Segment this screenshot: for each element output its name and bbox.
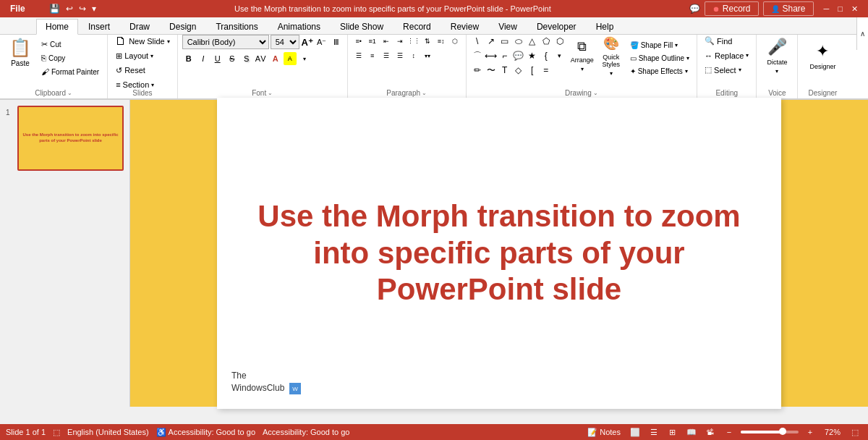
save-icon[interactable]: 💾 <box>48 2 61 15</box>
zoom-thumb[interactable] <box>779 428 786 435</box>
font-decrease-button[interactable]: A⁻ <box>315 35 328 48</box>
columns-button[interactable]: ⋮⋮ <box>407 35 420 48</box>
italic-button[interactable]: I <box>197 52 210 65</box>
select-button[interactable]: ⬚ Select ▾ <box>702 64 744 76</box>
new-slide-button[interactable]: 🗋 New Slide ▾ <box>112 35 173 48</box>
paste-button[interactable]: 📋 Paste <box>4 35 36 75</box>
tab-record[interactable]: Record <box>393 18 441 34</box>
record-button-title[interactable]: ⏺ Record <box>705 1 759 16</box>
align-left-button[interactable]: ☰ <box>352 49 365 62</box>
font-size-select[interactable]: 54 <box>271 35 299 49</box>
layout-button[interactable]: ⊞ Layout ▾ <box>112 49 157 62</box>
numbered-button[interactable]: ≡1 <box>366 35 379 48</box>
tab-view[interactable]: View <box>489 18 527 34</box>
fit-window-button[interactable]: ⬚ <box>848 426 862 439</box>
font-color-arrow[interactable]: ▾ <box>298 52 311 65</box>
undo-icon[interactable]: ↩ <box>64 2 75 15</box>
shape-effects-button[interactable]: ✦ Shape Effects ▾ <box>627 65 692 77</box>
tab-design[interactable]: Design <box>160 18 205 34</box>
shape-connector-button[interactable]: ⟷ <box>485 49 498 62</box>
shadow-button[interactable]: S <box>240 52 253 65</box>
tab-home[interactable]: Home <box>36 19 78 35</box>
designer-button[interactable]: ✦ Designer <box>802 35 843 77</box>
shape-arrow-button[interactable]: ↗ <box>485 35 498 48</box>
shape-flowchart-button[interactable]: ◇ <box>512 64 525 77</box>
accessibility-label[interactable]: ♿ Accessibility: Good to go <box>156 428 255 437</box>
shape-more-button[interactable]: ▾ <box>553 49 566 62</box>
shape-bracket-button[interactable]: [ <box>526 64 539 77</box>
shape-eq-button[interactable]: = <box>540 64 553 77</box>
cut-button[interactable]: ✂ Cut <box>38 38 103 51</box>
shape-pentagon-button[interactable]: ⬠ <box>540 35 553 48</box>
language-label[interactable]: English (United States) <box>67 428 149 436</box>
zoom-out-button[interactable]: − <box>722 426 736 439</box>
maximize-button[interactable]: □ <box>833 0 847 17</box>
customize-qat-icon[interactable]: ▾ <box>90 2 98 15</box>
tab-animations[interactable]: Animations <box>268 18 330 34</box>
shape-freeform-button[interactable]: ✏ <box>471 64 484 77</box>
smartart-button[interactable]: ⬡ <box>448 35 461 48</box>
drawing-expand-icon[interactable]: ⌄ <box>593 90 598 96</box>
shape-line-button[interactable]: \ <box>471 35 484 48</box>
zoom-track[interactable] <box>741 431 799 433</box>
notifications-button[interactable]: 💬 <box>685 4 705 14</box>
shape-hexagon-button[interactable]: ⬡ <box>553 35 566 48</box>
shape-curve-button[interactable]: ⌒ <box>471 49 484 62</box>
copy-button[interactable]: ⎘ Copy <box>38 51 103 64</box>
underline-button[interactable]: U <box>211 52 224 65</box>
tab-transitions[interactable]: Transitions <box>206 18 267 34</box>
minimize-button[interactable]: ─ <box>820 0 834 17</box>
notes-button[interactable]: 📝 Notes <box>584 426 624 439</box>
presenter-view-button[interactable]: 📽 <box>703 426 718 439</box>
bullets-button[interactable]: ≡• <box>352 35 365 48</box>
font-family-select[interactable]: Calibri (Body) <box>182 35 269 49</box>
find-button[interactable]: 🔍 Find <box>702 35 735 47</box>
replace-button[interactable]: ↔ Replace ▾ <box>702 49 752 62</box>
file-tab[interactable]: File <box>0 0 35 17</box>
highlight-color-button[interactable]: A <box>284 52 297 65</box>
tab-review[interactable]: Review <box>441 18 488 34</box>
shape-outline-button[interactable]: ▭ Shape Outline ▾ <box>627 52 692 64</box>
tab-slideshow[interactable]: Slide Show <box>331 18 393 34</box>
share-button[interactable]: 👤 Share <box>763 1 814 16</box>
font-expand-icon[interactable]: ⌄ <box>268 90 273 96</box>
paragraph-more-button[interactable]: ▾▾ <box>421 49 434 62</box>
format-painter-button[interactable]: 🖌 Format Painter <box>38 65 103 78</box>
clear-format-button[interactable]: Ⅲ <box>330 35 343 48</box>
font-color-button[interactable]: A <box>269 52 282 65</box>
tab-draw[interactable]: Draw <box>120 18 159 34</box>
tab-insert[interactable]: Insert <box>79 18 119 34</box>
shape-star-button[interactable]: ★ <box>526 49 539 62</box>
shape-callout-button[interactable]: 💬 <box>512 49 525 62</box>
paragraph-expand-icon[interactable]: ⌄ <box>422 90 427 96</box>
shape-brace-button[interactable]: { <box>540 49 553 62</box>
indent-increase-button[interactable]: ⇥ <box>393 35 407 48</box>
strikethrough-button[interactable]: S <box>226 52 239 65</box>
shape-elbow-button[interactable]: ⌐ <box>498 49 511 62</box>
clipboard-expand-icon[interactable]: ⌄ <box>67 90 72 96</box>
outline-view-button[interactable]: ☰ <box>647 426 661 439</box>
ribbon-collapse-button[interactable]: ∧ <box>856 17 868 50</box>
zoom-percent-label[interactable]: 72% <box>822 426 843 439</box>
zoom-in-button[interactable]: + <box>803 426 817 439</box>
justify-button[interactable]: ☰ <box>393 49 407 62</box>
text-direction-button[interactable]: ⇅ <box>421 35 434 48</box>
slide-thumbnail[interactable]: Use the Morph transition to zoom into sp… <box>17 106 124 171</box>
fit-slide-button[interactable]: ⬚ <box>53 428 60 437</box>
arrange-button[interactable]: ⧉ Arrange ▾ <box>569 35 595 77</box>
align-right-button[interactable]: ☰ <box>380 49 393 62</box>
dictate-button[interactable]: 🎤 Dictate ▾ <box>761 35 793 77</box>
redo-icon[interactable]: ↪ <box>77 2 88 15</box>
shape-scribble-button[interactable]: 〜 <box>485 64 498 77</box>
shape-oval-button[interactable]: ⬭ <box>512 35 525 48</box>
shape-fill-button[interactable]: 🪣 Shape Fill ▾ <box>627 39 692 51</box>
slide-sorter-button[interactable]: ⊞ <box>665 426 680 439</box>
tab-help[interactable]: Help <box>587 18 624 34</box>
line-spacing-button[interactable]: ↕ <box>407 49 420 62</box>
font-increase-button[interactable]: A⁺ <box>301 35 314 48</box>
reading-view-button[interactable]: 📖 <box>684 426 699 439</box>
tab-developer[interactable]: Developer <box>527 18 586 34</box>
quick-styles-button[interactable]: 🎨 QuickStyles ▾ <box>598 35 624 77</box>
shape-triangle-button[interactable]: △ <box>526 35 539 48</box>
indent-decrease-button[interactable]: ⇤ <box>380 35 393 48</box>
